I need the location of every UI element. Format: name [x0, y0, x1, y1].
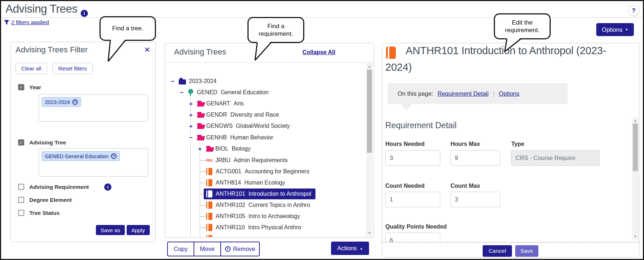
- cancel-button[interactable]: Cancel: [483, 245, 512, 257]
- course-book-icon: [206, 202, 212, 209]
- requirement-detail-link[interactable]: Requirement Detail: [437, 90, 488, 97]
- rbu-badge-icon: RBU: [206, 159, 213, 162]
- tree-node-biol[interactable]: + BIOL Biology: [197, 143, 251, 154]
- collapse-toggle-icon[interactable]: −: [179, 90, 185, 96]
- options-link[interactable]: Options: [499, 90, 520, 97]
- tree-scrollbar[interactable]: ▲ ▼: [366, 63, 373, 237]
- tree-status-checkbox[interactable]: [18, 210, 24, 216]
- expand-toggle-icon[interactable]: +: [188, 101, 194, 107]
- remove-button[interactable]: Remove: [221, 242, 259, 256]
- remove-tag-icon[interactable]: [111, 153, 116, 159]
- actions-label: Actions: [337, 245, 357, 252]
- tree-node-genart[interactable]: + GENART Arts: [188, 98, 244, 109]
- save-as-label: Save as: [101, 227, 120, 233]
- year-checkbox[interactable]: [18, 84, 24, 90]
- advising-tree-tag-label: GENED General Education: [45, 153, 109, 159]
- node-code: ANTHR110: [216, 224, 245, 231]
- node-code: GENGWS: [206, 123, 233, 129]
- expand-toggle-icon[interactable]: +: [197, 146, 203, 152]
- tree-scrollbar-thumb[interactable]: [367, 70, 372, 153]
- tree-node-actg001[interactable]: ACTG001 Accounting for Beginners: [206, 166, 309, 177]
- callout-find-requirement-tail: [249, 42, 273, 62]
- tree-panel-title: Advising Trees: [174, 47, 226, 57]
- scroll-up-icon[interactable]: ▲: [366, 65, 373, 68]
- detail-scrollbar[interactable]: ▲ ▼: [632, 117, 639, 240]
- node-name: Human Ecology: [244, 179, 285, 186]
- tree-node-genhb[interactable]: − GENHB Human Behavior: [188, 132, 273, 143]
- tree-node-jrbu[interactable]: RBU JRBU Admin Requirements: [206, 155, 288, 166]
- scroll-up-icon[interactable]: ▲: [632, 119, 639, 122]
- node-code: ANTHR105: [216, 213, 245, 220]
- save-as-button[interactable]: Save as: [96, 225, 125, 235]
- filters-applied[interactable]: 2 filters applied: [4, 19, 49, 26]
- callout-find-requirement: Find a requirement.: [247, 17, 304, 43]
- expand-toggle-icon[interactable]: +: [188, 123, 194, 129]
- hours-needed-input[interactable]: [385, 150, 440, 166]
- tree-node-anth814[interactable]: ANTH814 Human Ecology: [206, 177, 285, 188]
- callout-find-tree: Find a tree.: [99, 16, 156, 41]
- save-button[interactable]: Save: [515, 245, 538, 257]
- clear-all-button[interactable]: Clear all: [16, 63, 47, 74]
- callout-find-tree-tail: [102, 39, 128, 63]
- actions-button[interactable]: Actions: [331, 242, 369, 255]
- advising-tree-checkbox[interactable]: [18, 139, 24, 146]
- tree-node-anthr110[interactable]: ANTHR110 Intro Physical Anthro: [206, 222, 301, 233]
- tree-connector-tick: [200, 183, 206, 183]
- collapse-toggle-icon[interactable]: −: [188, 135, 194, 141]
- collapse-toggle-icon[interactable]: −: [170, 78, 175, 84]
- count-max-label: Count Max: [450, 183, 480, 189]
- tree-connector-tick: [200, 172, 206, 172]
- tree-node-anthr102[interactable]: ANTHR102 Current Topics in Anthro: [206, 200, 310, 211]
- tree-node-gengws[interactable]: + GENGWS Global/World Society: [188, 121, 290, 131]
- advising-requirement-label: Advising Requirement: [29, 184, 89, 190]
- degree-element-checkbox[interactable]: [18, 197, 24, 203]
- tree-node-anthr101-selected[interactable]: ANTHR101 Introduction to Anthropol: [204, 188, 315, 199]
- tree-view: − 2023-2024 − GENED General Education + …: [165, 63, 365, 237]
- remove-tag-icon[interactable]: [72, 99, 78, 105]
- apply-button[interactable]: Apply: [127, 225, 150, 235]
- remove-circle-x-icon: [225, 246, 230, 252]
- advising-tree-label: Advising Tree: [29, 139, 66, 146]
- reset-filters-button[interactable]: Reset filters: [52, 63, 93, 74]
- year-tag: 2023-2024: [42, 97, 81, 107]
- course-book-icon: [206, 224, 212, 231]
- callout-edit-requirement: Edit the requirement.: [494, 13, 551, 39]
- count-needed-input[interactable]: [385, 192, 440, 207]
- advising-requirement-checkbox[interactable]: [18, 184, 24, 190]
- hours-max-label: Hours Max: [450, 141, 480, 147]
- node-code: ANTHR101: [216, 191, 245, 197]
- detail-scrollbar-thumb[interactable]: [633, 124, 638, 171]
- node-name: General Education: [221, 89, 269, 96]
- scroll-down-icon[interactable]: ▼: [632, 235, 639, 238]
- tree-icon: [188, 89, 194, 96]
- node-name: Introduction to Anthropol: [249, 191, 311, 197]
- filters-applied-link[interactable]: 2 filters applied: [11, 19, 49, 26]
- options-button[interactable]: Options: [596, 23, 634, 36]
- tree-connector-tick: [200, 216, 206, 217]
- tree-connector-tick: [200, 194, 204, 194]
- tree-node-anthr105[interactable]: ANTHR105 Intro to Archaeology: [206, 211, 300, 222]
- course-book-icon: [206, 179, 212, 186]
- tree-node-2023-2024[interactable]: − 2023-2024: [170, 76, 220, 87]
- tree-node-gendr[interactable]: + GENDR Diversity and Race: [188, 109, 279, 120]
- close-icon[interactable]: ✕: [144, 46, 151, 54]
- node-code: GENHB: [206, 134, 227, 141]
- copy-button[interactable]: Copy: [168, 242, 194, 256]
- node-name: Global/World Society: [236, 123, 290, 129]
- count-max-input[interactable]: [450, 192, 500, 207]
- course-book-icon: [206, 190, 212, 198]
- tree-node-gened[interactable]: − GENED General Education: [179, 87, 268, 98]
- scroll-down-icon[interactable]: ▼: [366, 231, 373, 235]
- hours-max-input[interactable]: [450, 150, 500, 166]
- info-icon[interactable]: [104, 183, 111, 191]
- collapse-all-link[interactable]: Collapse All: [302, 49, 335, 56]
- expand-toggle-icon[interactable]: +: [188, 112, 194, 118]
- move-button[interactable]: Move: [194, 242, 221, 256]
- tree-status-label: Tree Status: [29, 210, 60, 216]
- info-icon[interactable]: [81, 10, 88, 17]
- course-book-icon: [206, 168, 212, 175]
- open-folder-icon: [197, 112, 204, 118]
- options-button-label: Options: [602, 26, 623, 33]
- node-name: Human Behavior: [230, 134, 273, 141]
- help-button[interactable]: ?: [628, 5, 639, 16]
